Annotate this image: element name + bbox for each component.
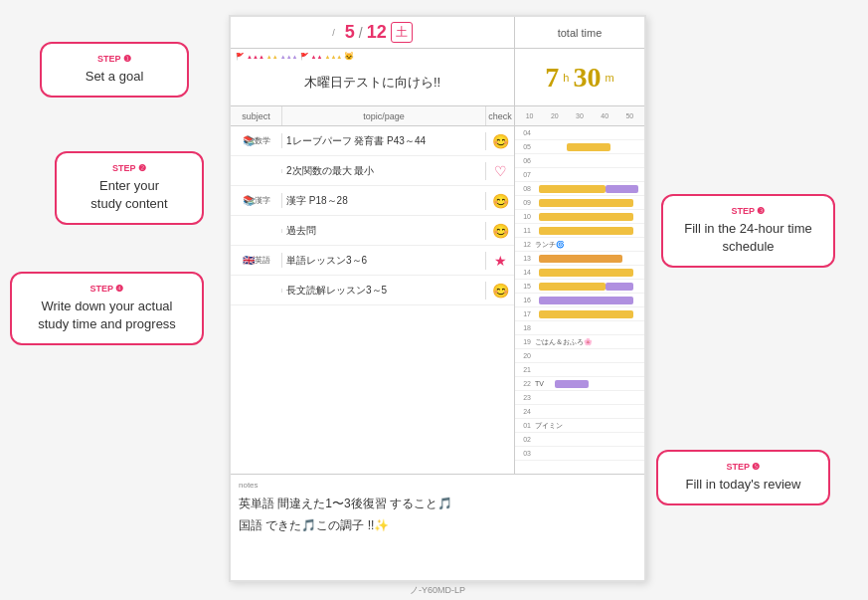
time-bar-area	[533, 447, 644, 460]
time-label: 05	[515, 143, 533, 150]
time-scale-num: 30	[576, 112, 584, 119]
time-bar	[539, 297, 633, 304]
step5-description: Fill in today's review	[674, 476, 812, 494]
goal-decorations: 🚩 ▲▲▲ ▲▲ ▲▲▲ 🚩 ▲▲ ▲▲▲ 🐱	[236, 52, 509, 61]
time-scale-numbers: 1020304050	[517, 112, 642, 119]
time-label: 04	[515, 129, 533, 136]
step5-label: STEP ❺	[674, 462, 812, 472]
time-bar-area	[533, 168, 644, 181]
time-label: 09	[515, 199, 533, 206]
time-bar-area	[533, 252, 644, 265]
time-label: 15	[515, 283, 533, 290]
step2-label: STEP ❷	[73, 163, 186, 173]
subject-row: 📚 漢字 漢字 P18～28 😊	[231, 186, 514, 216]
time-panel: 1020304050 040506070809101112ランチ🌀1314151…	[515, 106, 644, 474]
total-m-unit: m	[605, 72, 613, 84]
step2-description: Enter your study content	[73, 177, 186, 213]
col-topic-header: topic/page	[282, 106, 486, 125]
time-bar	[567, 143, 611, 151]
time-bar-area	[533, 294, 644, 306]
time-bar-area	[533, 280, 644, 293]
time-row: 05	[515, 140, 644, 154]
total-minutes: 30	[573, 62, 601, 94]
cell-check: 😊	[486, 223, 514, 239]
time-label: 02	[515, 436, 533, 443]
subject-row: 2次関数の最大 最小 ♡	[231, 156, 514, 186]
time-row: 14	[515, 266, 644, 280]
time-bar-area	[533, 391, 644, 404]
total-time-label: total time	[515, 17, 644, 48]
time-bar-area	[533, 196, 644, 209]
cell-topic: 単語レッスン3～6	[282, 252, 486, 270]
subject-row: 過去問 😊	[231, 216, 514, 246]
time-scale-num: 40	[601, 112, 608, 119]
time-bar-area	[533, 405, 644, 418]
time-row: 22TV	[515, 377, 644, 391]
content-area: subject topic/page check 📚 数学 1レーブパーフ 発育…	[231, 106, 644, 475]
cell-subject	[231, 229, 282, 233]
time-label: 23	[515, 394, 533, 401]
subject-row: 🇬🇧 英語 単語レッスン3～6 ★	[231, 246, 514, 276]
time-bar-area	[533, 182, 644, 195]
cell-subject: 📚 漢字	[231, 193, 282, 208]
date-sep: /	[359, 25, 363, 41]
time-row: 24	[515, 405, 644, 419]
time-row: 10	[515, 210, 644, 224]
cell-check: 😊	[486, 193, 514, 209]
step2-box: STEP ❷ Enter your study content	[55, 151, 204, 225]
time-row: 21	[515, 363, 644, 377]
date-header: / 5 / 12 土 total time	[231, 17, 644, 49]
time-row: 12ランチ🌀	[515, 238, 644, 252]
time-bar-area	[533, 140, 644, 153]
time-annotation: ランチ🌀	[535, 240, 565, 250]
time-label: 24	[515, 408, 533, 415]
date-dow: 土	[391, 22, 413, 43]
time-row: 13	[515, 252, 644, 266]
cell-topic: 過去問	[282, 222, 486, 240]
col-subject-header: subject	[231, 106, 282, 125]
time-label: 20	[515, 352, 533, 359]
time-label: 06	[515, 157, 533, 164]
time-bar-area	[533, 266, 644, 279]
time-scale-num: 20	[551, 112, 559, 119]
cell-topic: 漢字 P18～28	[282, 192, 486, 210]
time-annotation: ごはん＆おふろ🌸	[535, 337, 593, 347]
cell-subject	[231, 169, 282, 173]
cell-subject: 🇬🇧 英語	[231, 253, 282, 268]
notes-section: notes 英単語 間違えた1〜3後復習 すること🎵 国語 できた🎵この調子 !…	[231, 475, 644, 584]
time-row: 01プイミン	[515, 419, 644, 433]
time-bar-area	[533, 363, 644, 376]
step3-description: Fill in the 24-hour time schedule	[679, 220, 817, 256]
time-rows: 040506070809101112ランチ🌀13141516171819ごはん＆…	[515, 126, 644, 474]
time-label: 10	[515, 213, 533, 220]
time-scale-header: 1020304050	[515, 106, 644, 126]
time-bar	[539, 310, 633, 318]
time-bar-area	[533, 126, 644, 139]
col-check-header: check	[486, 106, 514, 125]
time-bar	[539, 185, 606, 193]
time-row: 06	[515, 154, 644, 168]
time-bar-area	[533, 210, 644, 223]
time-bar-area	[533, 224, 644, 237]
time-annotation: プイミン	[535, 421, 563, 431]
time-bar-area	[533, 433, 644, 446]
time-label: 17	[515, 310, 533, 317]
step3-box: STEP ❸ Fill in the 24-hour time schedule	[661, 194, 835, 268]
step1-label: STEP ❶	[58, 54, 171, 64]
time-bar-area	[533, 307, 644, 320]
time-row: 04	[515, 126, 644, 140]
step2-number: ❷	[138, 163, 146, 173]
time-bar	[539, 269, 633, 277]
goal-text: 木曜日テストに向けら!!	[304, 74, 440, 92]
cell-subject: 📚 数学	[231, 133, 282, 148]
time-bar	[555, 380, 589, 388]
time-label: 18	[515, 324, 533, 331]
time-label: 03	[515, 450, 533, 457]
step5-number: ❺	[752, 462, 760, 472]
step4-label: STEP ❹	[28, 284, 186, 294]
step1-number: ❶	[123, 54, 131, 64]
cell-topic: 1レーブパーフ 発育書 P43～44	[282, 132, 486, 150]
time-bar-area	[533, 321, 644, 334]
time-row: 15	[515, 280, 644, 294]
goal-left: 🚩 ▲▲▲ ▲▲ ▲▲▲ 🚩 ▲▲ ▲▲▲ 🐱 木曜日テストに向けら!!	[231, 49, 515, 105]
